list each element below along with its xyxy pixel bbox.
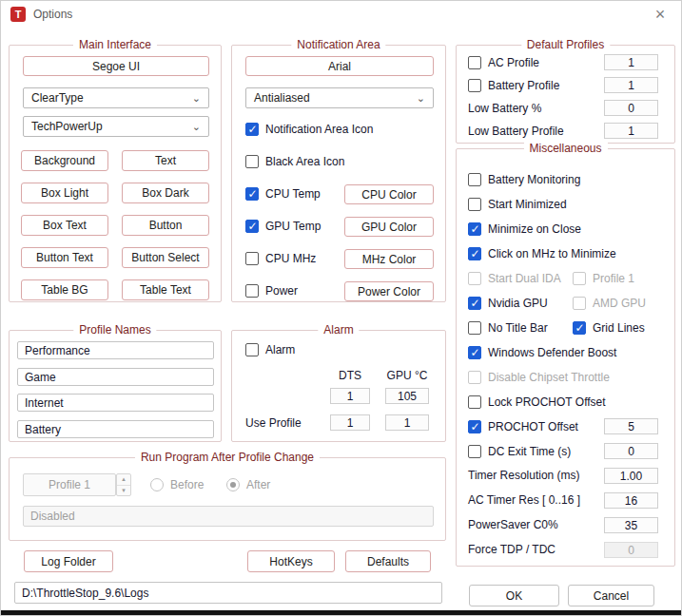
ok-button[interactable]: OK bbox=[469, 585, 559, 606]
checkbox-box bbox=[245, 284, 259, 298]
checkbox-box bbox=[468, 420, 481, 433]
run-program-path-field: Disabled bbox=[23, 506, 434, 527]
checkbox-label: Battery Profile bbox=[488, 79, 559, 92]
color-button-table-bg[interactable]: Table BG bbox=[21, 279, 108, 300]
spinner-down-icon: ▾ bbox=[117, 486, 130, 496]
checkbox-ac-profile[interactable]: AC Profile bbox=[468, 55, 539, 70]
notification-font-button[interactable]: Arial bbox=[245, 56, 434, 76]
dc-exit-time-field[interactable]: 0 bbox=[604, 443, 658, 459]
checkbox-cpu-mhz[interactable]: CPU MHz bbox=[245, 251, 316, 266]
gpu-column-header: GPU °C bbox=[379, 369, 436, 382]
log-path-field[interactable]: D:\ThrottleStop_9.6\Logs bbox=[14, 582, 442, 604]
app-icon: T bbox=[10, 7, 26, 22]
checkbox-label: Lock PROCHOT Offset bbox=[488, 395, 606, 409]
gpu-color-button[interactable]: GPU Color bbox=[344, 217, 434, 237]
checkbox-dc-exit-time[interactable]: DC Exit Time (s) bbox=[468, 444, 571, 459]
checkbox-label: Click on MHz to Minimize bbox=[488, 247, 616, 260]
checkbox-gpu-temp[interactable]: GPU Temp bbox=[245, 219, 321, 234]
checkbox-label: PROCHOT Offset bbox=[488, 420, 578, 433]
powersaver-field[interactable]: 35 bbox=[604, 517, 658, 533]
close-icon[interactable]: × bbox=[649, 6, 672, 23]
color-button-background[interactable]: Background bbox=[21, 150, 108, 171]
group-miscellaneous: Miscellaneous Battery Monitoring Start M… bbox=[456, 148, 675, 567]
log-folder-button[interactable]: Log Folder bbox=[24, 550, 113, 572]
defaults-button[interactable]: Defaults bbox=[345, 550, 431, 572]
checkbox-power[interactable]: Power bbox=[245, 283, 298, 298]
checkbox-label: AMD GPU bbox=[593, 297, 646, 310]
checkbox-box bbox=[468, 395, 481, 409]
color-button-box-text[interactable]: Box Text bbox=[21, 215, 108, 236]
checkbox-label: Minimize on Close bbox=[488, 222, 581, 236]
checkbox-label: Notification Area Icon bbox=[265, 123, 373, 136]
checkbox-windows-defender-boost[interactable]: Windows Defender Boost bbox=[468, 345, 616, 360]
checkbox-grid-lines[interactable]: Grid Lines bbox=[573, 320, 645, 336]
low-battery-profile-field[interactable]: 1 bbox=[604, 123, 658, 139]
color-button-button[interactable]: Button bbox=[122, 215, 209, 236]
radio-label: After bbox=[246, 478, 270, 491]
cpu-color-button[interactable]: CPU Color bbox=[344, 184, 434, 204]
checkbox-black-area-icon[interactable]: Black Area Icon bbox=[245, 154, 344, 169]
radio-after: After bbox=[226, 478, 270, 491]
color-button-box-dark[interactable]: Box Dark bbox=[122, 183, 209, 203]
checkbox-cpu-temp[interactable]: CPU Temp bbox=[245, 186, 321, 202]
cancel-button[interactable]: Cancel bbox=[568, 585, 654, 606]
checkbox-notification-area-icon[interactable]: Notification Area Icon bbox=[245, 122, 373, 137]
powersaver-label: PowerSaver C0% bbox=[468, 518, 558, 531]
checkbox-alarm[interactable]: Alarm bbox=[245, 342, 295, 357]
checkbox-start-dual-ida: Start Dual IDA bbox=[468, 271, 561, 286]
font-smoothing-dropdown[interactable]: ClearType ⌄ bbox=[23, 87, 209, 108]
use-profile-gpu-field[interactable]: 1 bbox=[385, 414, 429, 431]
mhz-color-button[interactable]: MHz Color bbox=[344, 249, 434, 269]
profile-name-input-4[interactable]: Battery bbox=[17, 420, 214, 438]
checkbox-label: Start Dual IDA bbox=[488, 272, 561, 285]
checkbox-label: Windows Defender Boost bbox=[488, 346, 616, 359]
profile-name-input-2[interactable]: Game bbox=[17, 368, 214, 386]
alarm-dts-field[interactable]: 1 bbox=[330, 388, 370, 404]
checkbox-click-mhz-minimize[interactable]: Click on MHz to Minimize bbox=[468, 246, 616, 261]
theme-dropdown[interactable]: TechPowerUp ⌄ bbox=[23, 116, 209, 137]
checkbox-label: Battery Monitoring bbox=[488, 173, 580, 186]
checkbox-box bbox=[468, 222, 481, 236]
group-main-interface: Main Interface Segoe UI ClearType ⌄ Tech… bbox=[9, 45, 222, 302]
use-profile-dts-field[interactable]: 1 bbox=[330, 414, 370, 431]
color-button-button-text[interactable]: Button Text bbox=[21, 247, 108, 268]
checkbox-minimize-on-close[interactable]: Minimize on Close bbox=[468, 221, 581, 237]
checkbox-battery-monitoring[interactable]: Battery Monitoring bbox=[468, 172, 580, 187]
checkbox-box bbox=[245, 123, 259, 136]
battery-profile-field[interactable]: 1 bbox=[604, 77, 658, 93]
checkbox-disable-chipset-throttle: Disable Chipset Throttle bbox=[468, 370, 610, 385]
ac-timer-res-field[interactable]: 16 bbox=[604, 492, 658, 509]
checkbox-nvidia-gpu[interactable]: Nvidia GPU bbox=[468, 296, 548, 311]
profile-name-input-1[interactable]: Performance bbox=[17, 341, 214, 359]
ac-profile-field[interactable]: 1 bbox=[604, 54, 658, 70]
radio-before: Before bbox=[150, 478, 204, 491]
render-mode-dropdown[interactable]: Antialiased ⌄ bbox=[245, 87, 434, 108]
checkbox-amd-gpu: AMD GPU bbox=[573, 296, 646, 311]
checkbox-battery-profile[interactable]: Battery Profile bbox=[468, 78, 559, 93]
timer-resolution-field[interactable]: 1.00 bbox=[604, 468, 658, 484]
force-tdp-label: Force TDP / TDC bbox=[468, 543, 555, 556]
low-battery-field[interactable]: 0 bbox=[604, 100, 658, 116]
color-button-box-light[interactable]: Box Light bbox=[21, 183, 108, 203]
checkbox-label: Disable Chipset Throttle bbox=[488, 371, 610, 384]
checkbox-box bbox=[468, 272, 481, 285]
color-button-table-text[interactable]: Table Text bbox=[122, 279, 209, 300]
timer-resolution-label: Timer Resolution (ms) bbox=[468, 469, 580, 482]
color-button-text[interactable]: Text bbox=[122, 150, 209, 171]
color-button-button-select[interactable]: Button Select bbox=[122, 247, 209, 268]
power-color-button[interactable]: Power Color bbox=[344, 281, 434, 301]
profile-name-input-3[interactable]: Internet bbox=[17, 394, 214, 412]
hotkeys-button[interactable]: HotKeys bbox=[247, 550, 335, 572]
checkbox-label: Start Minimized bbox=[488, 198, 567, 211]
alarm-gpu-field[interactable]: 105 bbox=[385, 388, 429, 404]
checkbox-prochot-offset[interactable]: PROCHOT Offset bbox=[468, 419, 578, 434]
checkbox-start-minimized[interactable]: Start Minimized bbox=[468, 197, 567, 212]
checkbox-box bbox=[468, 56, 481, 69]
checkbox-box bbox=[468, 198, 481, 211]
checkbox-box bbox=[468, 321, 481, 335]
prochot-offset-field[interactable]: 5 bbox=[604, 418, 658, 434]
checkbox-lock-prochot-offset[interactable]: Lock PROCHOT Offset bbox=[468, 395, 606, 410]
checkbox-no-title-bar[interactable]: No Title Bar bbox=[468, 320, 548, 336]
group-title: Run Program After Profile Change bbox=[135, 451, 320, 464]
main-font-button[interactable]: Segoe UI bbox=[23, 56, 209, 76]
